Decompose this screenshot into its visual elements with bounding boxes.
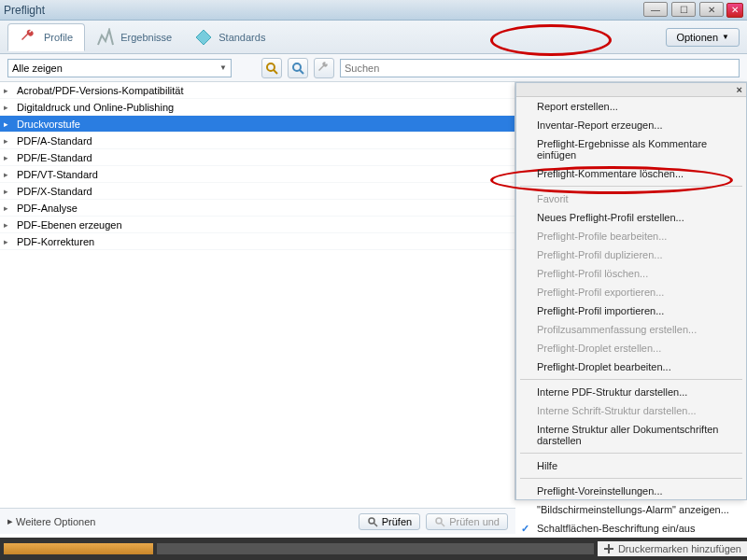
menu-item-label: Preflight-Profile bearbeiten... (537, 231, 667, 242)
menu-item: Preflight-Profile bearbeiten... (516, 227, 746, 245)
tree-row-label: Druckvorstufe (17, 119, 80, 130)
find-button[interactable] (261, 58, 282, 78)
menu-item: Preflight-Profil löschen... (516, 264, 746, 283)
options-button[interactable]: Optionen ▼ (666, 28, 740, 47)
chevron-right-icon: ▸ (4, 237, 13, 246)
menu-close-icon[interactable]: × (516, 83, 746, 97)
svg-point-1 (267, 63, 275, 71)
tree-row-label: Digitaldruck und Online-Publishing (17, 102, 174, 113)
search-icon (291, 62, 304, 75)
menu-item-label: Schaltflächen-Beschriftung ein/aus (537, 523, 695, 534)
tab-profile-label: Profile (44, 32, 73, 43)
tree-row[interactable]: ▸PDF/VT-Standard (0, 166, 514, 183)
check-label: Prüfen (382, 516, 412, 527)
menu-item[interactable]: Preflight-Kommentare löschen... (516, 164, 746, 183)
menu-item[interactable]: Interne PDF-Struktur darstellen... (516, 383, 746, 401)
status-bar: Druckermarken hinzufügen (0, 538, 747, 560)
search-wrench-icon (434, 516, 445, 527)
menu-separator (520, 186, 742, 187)
menu-item: Preflight-Droplet erstellen... (516, 339, 746, 357)
close-icon[interactable]: ✕ (726, 3, 743, 18)
svg-line-6 (374, 523, 377, 526)
titlebar: Preflight ✕ (0, 0, 747, 21)
menu-item-label: Preflight-Droplet erstellen... (537, 343, 661, 354)
menu-item[interactable]: Neues Preflight-Profil erstellen... (516, 208, 746, 227)
menu-item: Profilzusammenfassung erstellen... (516, 320, 746, 339)
tree-row-label: PDF-Analyse (17, 203, 78, 214)
tree-row[interactable]: ▸Digitaldruck und Online-Publishing (0, 99, 514, 116)
tree-row-label: PDF/X-Standard (17, 186, 92, 197)
filter-combo[interactable]: Alle zeigen ▼ (7, 59, 232, 77)
menu-separator (520, 453, 742, 454)
tree-row[interactable]: ▸Druckvorstufe (0, 116, 514, 133)
menu-item[interactable]: "Bildschirmeinstellungs-Alarm" anzeigen.… (516, 500, 746, 519)
wrench-icon (317, 62, 331, 75)
menu-item-label: Neues Preflight-Profil erstellen... (537, 212, 684, 223)
tab-bar: Profile Ergebnisse Standards Optionen ▼ (0, 21, 747, 54)
menu-separator (520, 379, 742, 380)
chevron-right-icon: ▸ (4, 187, 13, 196)
search-input[interactable] (340, 59, 740, 77)
tree-row[interactable]: ▸PDF-Analyse (0, 200, 514, 217)
status-segment (157, 543, 594, 554)
menu-item-label: Preflight-Profil duplizieren... (537, 249, 663, 260)
profile-tree[interactable]: ▸Acrobat/PDF-Versions-Kompatibilität▸Dig… (0, 82, 515, 500)
menu-item[interactable]: Inventar-Report erzeugen... (516, 116, 746, 134)
check-fix-button[interactable]: Prüfen und (426, 513, 508, 530)
chevron-right-icon: ▸ (4, 203, 13, 213)
search-icon (265, 62, 278, 75)
tree-row[interactable]: ▸PDF/E-Standard (0, 149, 514, 166)
tab-standards-label: Standards (218, 32, 265, 43)
menu-item-label: Interne PDF-Struktur darstellen... (537, 386, 687, 398)
background-window-buttons: — ☐ ✕ (643, 2, 724, 17)
menu-separator (520, 478, 742, 479)
chevron-down-icon: ▼ (219, 63, 227, 72)
menu-item-label: Preflight-Droplet bearbeiten... (537, 361, 671, 372)
menu-item[interactable]: Preflight-Profil importieren... (516, 301, 746, 320)
svg-line-8 (441, 523, 444, 526)
menu-item[interactable]: Interne Struktur aller Dokumentschriften… (516, 420, 746, 450)
check-button[interactable]: Prüfen (359, 513, 420, 530)
tree-row[interactable]: ▸PDF-Korrekturen (0, 233, 514, 250)
chevron-right-icon: ▸ (4, 103, 13, 112)
menu-item-label: "Bildschirmeinstellungs-Alarm" anzeigen.… (537, 504, 729, 515)
tree-row-label: PDF/E-Standard (17, 152, 92, 163)
tree-row[interactable]: ▸PDF-Ebenen erzeugen (0, 217, 514, 233)
toolbar: Alle zeigen ▼ (0, 54, 747, 82)
more-options-toggle[interactable]: ▸ Weitere Optionen (7, 515, 95, 527)
wrench-icon (20, 28, 38, 47)
tree-row[interactable]: ▸Acrobat/PDF-Versions-Kompatibilität (0, 82, 514, 99)
menu-item-label: Preflight-Profil löschen... (537, 268, 648, 279)
tree-row[interactable]: ▸PDF/X-Standard (0, 183, 514, 200)
search-icon (367, 516, 378, 527)
menu-item[interactable]: Preflight-Ergebnisse als Kommentare einf… (516, 134, 746, 164)
menu-item[interactable]: Preflight-Voreinstellungen... (516, 482, 746, 500)
chevron-right-icon: ▸ (4, 86, 13, 95)
chevron-right-icon: ▸ (4, 220, 13, 230)
menu-item[interactable]: Preflight-Droplet bearbeiten... (516, 357, 746, 376)
menu-item: Favorit (516, 189, 746, 208)
menu-item-label: Interne Schrift-Struktur darstellen... (537, 405, 697, 416)
svg-point-3 (293, 63, 301, 71)
tab-results[interactable]: Ergebnisse (85, 24, 183, 50)
menu-item-label: Favorit (537, 193, 569, 204)
tab-profile[interactable]: Profile (7, 23, 85, 51)
find2-button[interactable] (288, 58, 308, 78)
svg-line-4 (300, 70, 303, 74)
menu-item-label: Preflight-Profil importieren... (537, 305, 664, 316)
settings-button[interactable] (314, 58, 334, 78)
plus-icon (603, 543, 614, 554)
maximize-icon: ☐ (671, 2, 696, 17)
tree-row[interactable]: ▸PDF/A-Standard (0, 133, 514, 149)
printer-marks-button[interactable]: Druckermarken hinzufügen (598, 541, 747, 556)
tree-row-label: PDF-Korrekturen (17, 236, 94, 247)
menu-item[interactable]: ✓Schaltflächen-Beschriftung ein/aus (516, 519, 746, 538)
chevron-right-icon: ▸ (4, 170, 13, 179)
menu-item[interactable]: Report erstellen... (516, 97, 746, 116)
chevron-down-icon: ▼ (722, 33, 729, 41)
menu-item-label: Preflight-Kommentare löschen... (537, 168, 684, 179)
menu-item[interactable]: Hilfe (516, 456, 746, 475)
options-label: Optionen (676, 32, 718, 43)
tab-standards[interactable]: Standards (183, 24, 276, 50)
tab-results-label: Ergebnisse (120, 32, 172, 43)
